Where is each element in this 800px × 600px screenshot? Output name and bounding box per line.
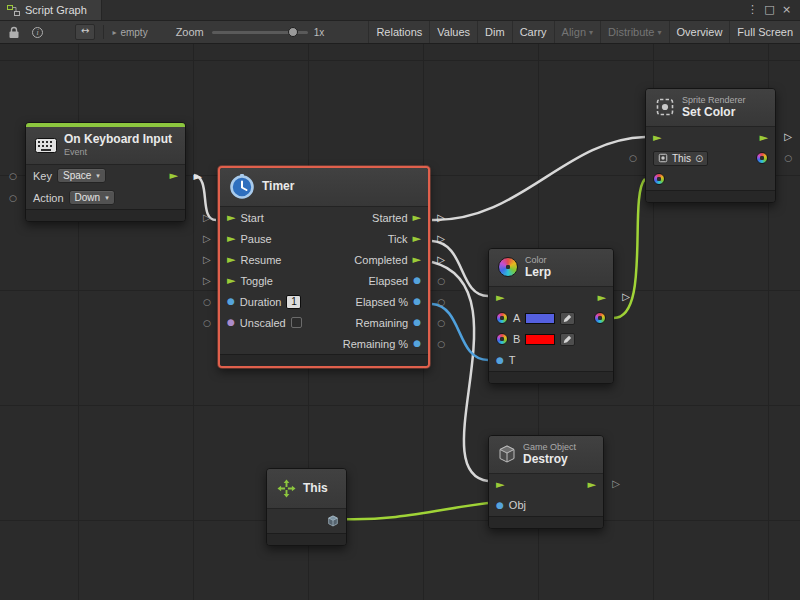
event-flow-out-port[interactable]: [170, 170, 178, 181]
flow-out-port[interactable]: [760, 132, 768, 143]
tab-script-graph[interactable]: Script Graph: [0, 0, 102, 20]
carry-button[interactable]: Carry: [512, 21, 554, 43]
flow-out-ext-port[interactable]: [612, 479, 620, 489]
flow-out-connected-marker[interactable]: [194, 170, 202, 181]
resume-flow-in-port[interactable]: [227, 254, 235, 265]
resize-icon-button[interactable]: ↔: [75, 24, 95, 40]
node-footer: [267, 533, 346, 545]
overview-button[interactable]: Overview: [669, 21, 730, 43]
target-out-port[interactable]: [756, 152, 768, 164]
duration-ext-port[interactable]: [203, 297, 211, 306]
this-node-header: This: [267, 469, 346, 509]
window-menu-icon[interactable]: ⋮: [744, 0, 761, 20]
graph-breadcrumb[interactable]: ▸ empty: [112, 27, 147, 38]
start-flow-in-port[interactable]: [227, 212, 235, 223]
unscaled-ext-port[interactable]: [203, 318, 211, 327]
elapsed-pct-out-port[interactable]: [413, 297, 421, 306]
flow-in-port[interactable]: [496, 479, 504, 490]
this-object-field[interactable]: This ⊙: [653, 151, 708, 166]
flow-out-port[interactable]: [598, 292, 606, 303]
this-ext-port[interactable]: [629, 154, 637, 163]
fullscreen-button[interactable]: Full Screen: [729, 21, 800, 43]
key-value-in-port[interactable]: [9, 171, 17, 180]
target-ext-port[interactable]: [784, 154, 792, 163]
eyedropper-icon[interactable]: [560, 312, 575, 325]
this-node[interactable]: This: [266, 468, 347, 546]
remaining-pct-ext-port[interactable]: [437, 339, 445, 348]
remaining-pct-out-port[interactable]: [413, 339, 421, 348]
wire-this-to-destroy-obj[interactable]: [341, 503, 488, 519]
toggle-flow-in-port[interactable]: [227, 275, 235, 286]
duration-value-field[interactable]: 1: [286, 295, 301, 309]
remaining-out-port[interactable]: [413, 318, 421, 327]
info-icon[interactable]: i: [26, 21, 49, 43]
node-footer: [489, 371, 613, 383]
close-icon[interactable]: ×: [778, 0, 795, 20]
start-ext-port[interactable]: [203, 213, 211, 223]
flow-in-port[interactable]: [496, 292, 504, 303]
node-footer: [220, 354, 428, 366]
unscaled-checkbox[interactable]: [291, 317, 302, 328]
lerp-result-out-port[interactable]: [594, 312, 606, 324]
zoom-slider-thumb[interactable]: [288, 27, 298, 37]
duration-in-port[interactable]: [227, 297, 235, 306]
completed-flow-out-port[interactable]: [413, 254, 421, 265]
key-dropdown[interactable]: Space ▾: [57, 168, 106, 183]
resume-ext-port[interactable]: [203, 255, 211, 265]
t-in-port[interactable]: [496, 356, 504, 365]
keyboard-icon: [35, 138, 57, 153]
tick-ext-port[interactable]: [437, 234, 445, 244]
remaining-ext-port[interactable]: [437, 318, 445, 327]
zoom-slider[interactable]: [212, 21, 308, 43]
eyedropper-icon[interactable]: [560, 333, 575, 346]
lock-icon[interactable]: [2, 21, 26, 43]
color-b-swatch[interactable]: [525, 334, 555, 345]
script-graph-icon: [7, 5, 20, 16]
relations-button[interactable]: Relations: [368, 21, 429, 43]
wire-started-to-setcolor[interactable]: [432, 137, 645, 220]
color-wheel-icon: [498, 257, 518, 277]
elapsed-ext-port[interactable]: [437, 276, 445, 285]
timer-node[interactable]: Timer Start Started Pause Tick Resume Co…: [218, 166, 430, 368]
action-value-in-port[interactable]: [9, 193, 17, 202]
color-lerp-node[interactable]: Color Lerp A B T: [488, 248, 614, 384]
node-title: Set Color: [682, 106, 746, 120]
pause-ext-port[interactable]: [203, 234, 211, 244]
unscaled-in-port[interactable]: [227, 318, 235, 327]
elapsed-out-port[interactable]: [413, 276, 421, 285]
action-dropdown[interactable]: Down ▾: [69, 190, 115, 205]
wire-elapsed-pct-to-t[interactable]: [432, 304, 488, 360]
destroy-node[interactable]: Game Object Destroy Obj: [488, 435, 604, 529]
sprite-renderer-icon: [655, 97, 675, 117]
game-object-out-port[interactable]: [327, 515, 339, 527]
dim-button[interactable]: Dim: [477, 21, 512, 43]
chevron-down-icon: ▾: [658, 28, 662, 37]
flow-out-port[interactable]: [588, 479, 596, 490]
color-b-in-port[interactable]: [496, 333, 508, 345]
node-footer: [646, 190, 775, 202]
flow-out-ext-port[interactable]: [784, 132, 792, 142]
values-button[interactable]: Values: [429, 21, 477, 43]
tick-flow-out-port[interactable]: [413, 233, 421, 244]
flow-out-ext-port[interactable]: [622, 292, 630, 302]
align-button[interactable]: Align▾: [554, 21, 600, 43]
started-ext-port[interactable]: [437, 213, 445, 223]
on-keyboard-input-node[interactable]: On Keyboard Input Event Key Space ▾: [25, 122, 186, 222]
flow-in-port[interactable]: [653, 132, 661, 143]
object-picker-icon[interactable]: ⊙: [695, 153, 703, 164]
color-a-in-port[interactable]: [496, 312, 508, 324]
completed-ext-port[interactable]: [437, 255, 445, 265]
toggle-ext-port[interactable]: [203, 276, 211, 286]
obj-in-port[interactable]: [496, 501, 504, 510]
maximize-icon[interactable]: □: [761, 0, 778, 20]
pause-flow-in-port[interactable]: [227, 233, 235, 244]
distribute-button[interactable]: Distribute▾: [600, 21, 668, 43]
wire-tick-to-lerp[interactable]: [432, 241, 488, 296]
set-color-node[interactable]: Sprite Renderer Set Color Thi: [645, 88, 776, 203]
wire-completed-to-destroy[interactable]: [432, 262, 488, 481]
color-in-port[interactable]: [653, 173, 665, 185]
elapsed-pct-ext-port[interactable]: [437, 297, 445, 306]
color-a-swatch[interactable]: [525, 313, 555, 324]
graph-canvas[interactable]: On Keyboard Input Event Key Space ▾: [0, 44, 800, 600]
started-flow-out-port[interactable]: [413, 212, 421, 223]
